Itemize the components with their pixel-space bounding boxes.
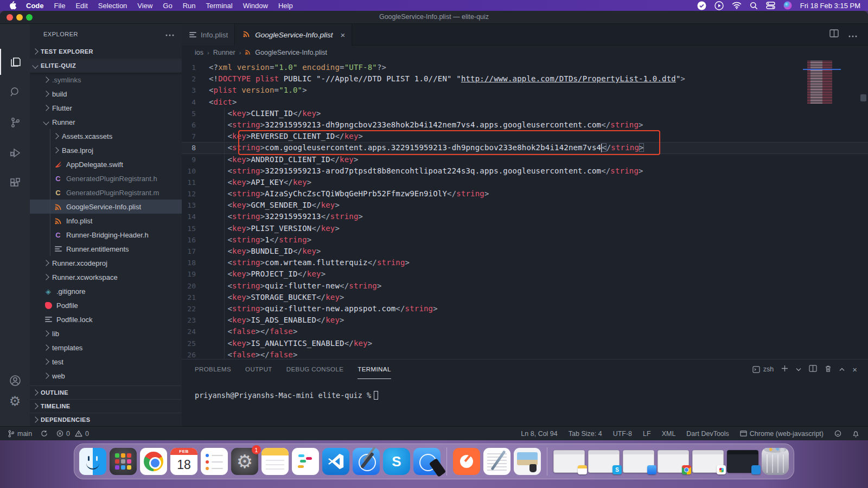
dock-notes-icon[interactable] bbox=[261, 448, 289, 475]
dock-reminders-icon[interactable] bbox=[201, 448, 228, 475]
search-sidebar-icon[interactable] bbox=[0, 79, 30, 105]
tree-file-podfile-lock[interactable]: Podfile.lock bbox=[30, 312, 182, 326]
dock-minimized-window-slack[interactable] bbox=[692, 450, 724, 473]
extensions-icon[interactable] bbox=[0, 170, 30, 196]
code-line-4[interactable]: 4<dict> bbox=[182, 97, 868, 108]
breadcrumb-file[interactable]: GoogleService-Info.plist bbox=[255, 49, 327, 56]
tree-folder-lib[interactable]: lib bbox=[30, 326, 182, 341]
window-titlebar[interactable]: GoogleService-Info.plist — elite-quiz bbox=[0, 11, 868, 24]
breadcrumb-ios[interactable]: ios bbox=[195, 49, 203, 56]
menu-view[interactable]: View bbox=[137, 2, 152, 10]
new-terminal-icon[interactable] bbox=[781, 365, 788, 374]
code-line-12[interactable]: 12 <string>AIzaSyChcZscTQiWbqGeHPrb52Ffm… bbox=[182, 188, 868, 200]
split-editor-icon[interactable] bbox=[829, 29, 839, 40]
split-terminal-icon[interactable] bbox=[809, 365, 817, 374]
dart-devtools[interactable]: Dart DevTools bbox=[686, 430, 729, 438]
tree-folder-templates[interactable]: templates bbox=[30, 341, 182, 355]
control-center-icon[interactable] bbox=[766, 2, 775, 9]
code-line-11[interactable]: 11 <key>API_KEY</key> bbox=[182, 177, 868, 188]
dock-chrome-icon[interactable] bbox=[140, 448, 167, 475]
tree-folder-build[interactable]: build bbox=[30, 87, 182, 101]
dock-vscode-icon[interactable] bbox=[322, 448, 349, 475]
tree-folder-runner-xcworkspace[interactable]: Runner.xcworkspace bbox=[30, 270, 182, 284]
dock-postman-icon[interactable] bbox=[453, 448, 480, 475]
code-line-5[interactable]: 5 <key>CLIENT_ID</key> bbox=[182, 108, 868, 119]
maximize-panel-chevron-icon[interactable] bbox=[839, 365, 845, 373]
branch-indicator[interactable]: main bbox=[8, 430, 32, 438]
siri-icon[interactable] bbox=[783, 1, 792, 10]
code-line-16[interactable]: 16 <string>1</string> bbox=[182, 234, 868, 246]
tree-file-info-plist[interactable]: Info.plist bbox=[30, 214, 182, 228]
debug-target[interactable]: Chrome (web-javascript) bbox=[740, 430, 824, 438]
code-line-21[interactable]: 21 <key>STORAGE_BUCKET</key> bbox=[182, 292, 868, 303]
dock-minimized-window-xcode[interactable] bbox=[623, 450, 654, 473]
source-control-icon[interactable] bbox=[0, 110, 30, 136]
explorer-more-actions-icon[interactable] bbox=[165, 31, 174, 37]
code-line-18[interactable]: 18 <string>com.wrteam.flutterquiz</strin… bbox=[182, 257, 868, 268]
play-circle-icon[interactable] bbox=[714, 1, 724, 10]
tab-googleservice-info-plist[interactable]: GoogleService-Info.plist × bbox=[235, 24, 352, 46]
dock-minimized-window-skype[interactable]: S bbox=[588, 450, 620, 473]
dock-textedit-icon[interactable] bbox=[483, 448, 510, 475]
close-panel-icon[interactable]: × bbox=[852, 365, 857, 374]
code-line-19[interactable]: 19 <key>PROJECT_ID</key> bbox=[182, 268, 868, 280]
panel-tab-output[interactable]: OUTPUT bbox=[245, 359, 272, 379]
explorer-icon[interactable] bbox=[0, 49, 30, 75]
tree-folder--symlinks[interactable]: .symlinks bbox=[30, 73, 182, 87]
menu-terminal[interactable]: Terminal bbox=[206, 2, 233, 10]
problems-indicator[interactable]: 0 0 bbox=[56, 430, 89, 438]
dock-preview-icon[interactable] bbox=[514, 448, 541, 475]
breadcrumb-runner[interactable]: Runner bbox=[213, 49, 235, 56]
tree-folder-runner-xcodeproj[interactable]: Runner.xcodeproj bbox=[30, 256, 182, 270]
menubar-clock[interactable]: Fri 18 Feb 3:15 PM bbox=[800, 2, 860, 10]
code-line-14[interactable]: 14 <string>322915959213</string> bbox=[182, 211, 868, 222]
scrollbar-thumb[interactable] bbox=[860, 94, 866, 101]
tree-file-googleservice-info-plist[interactable]: GoogleService-Info.plist bbox=[30, 200, 182, 214]
tree-folder-assets-xcassets[interactable]: Assets.xcassets bbox=[30, 129, 182, 143]
language-mode[interactable]: XML bbox=[662, 430, 676, 438]
tree-file-podfile[interactable]: Podfile bbox=[30, 298, 182, 312]
code-line-6[interactable]: 6 <string>322915959213-dh9pngcbov233e8ho… bbox=[182, 119, 868, 131]
tree-folder-flutter[interactable]: Flutter bbox=[30, 101, 182, 115]
tree-folder-test[interactable]: test bbox=[30, 355, 182, 369]
dock-calendar-icon[interactable]: FEB18 bbox=[170, 448, 197, 475]
section-dependencies[interactable]: DEPENDENCIES bbox=[30, 413, 182, 426]
eol-sequence[interactable]: LF bbox=[643, 430, 651, 438]
dock-trash-icon[interactable] bbox=[762, 448, 789, 475]
section-outline[interactable]: OUTLINE bbox=[30, 386, 182, 399]
menu-selection[interactable]: Selection bbox=[98, 2, 127, 10]
dock-minimized-window-notes[interactable] bbox=[553, 450, 585, 473]
tree-file-runner-entitlements[interactable]: Runner.entitlements bbox=[30, 242, 182, 256]
menu-help[interactable]: Help bbox=[278, 2, 293, 10]
menu-run[interactable]: Run bbox=[183, 2, 196, 10]
code-line-1[interactable]: 1<?xml version="1.0" encoding="UTF-8"?> bbox=[182, 62, 868, 73]
tab-close-icon[interactable]: × bbox=[341, 30, 346, 40]
wifi-icon[interactable] bbox=[732, 2, 742, 9]
tab-size[interactable]: Tab Size: 4 bbox=[569, 430, 602, 438]
code-line-15[interactable]: 15 <key>PLIST_VERSION</key> bbox=[182, 223, 868, 234]
section-test-explorer[interactable]: TEST EXPLORER bbox=[30, 44, 182, 59]
menu-window[interactable]: Window bbox=[243, 2, 268, 10]
panel-tab-problems[interactable]: PROBLEMS bbox=[195, 359, 231, 379]
code-line-20[interactable]: 20 <string>quiz-flutter-new</string> bbox=[182, 280, 868, 292]
notifications-bell-icon[interactable] bbox=[852, 430, 859, 438]
sync-icon[interactable] bbox=[41, 430, 48, 437]
tree-file-appdelegate-swift[interactable]: AppDelegate.swift bbox=[30, 157, 182, 171]
tree-file--gitignore[interactable]: ◈.gitignore bbox=[30, 284, 182, 298]
panel-tab-debug-console[interactable]: DEBUG CONSOLE bbox=[286, 359, 344, 379]
encoding[interactable]: UTF-8 bbox=[613, 430, 632, 438]
code-line-13[interactable]: 13 <key>GCM_SENDER_ID</key> bbox=[182, 200, 868, 211]
menu-edit[interactable]: Edit bbox=[75, 2, 87, 10]
dock-launchpad-icon[interactable] bbox=[110, 448, 137, 475]
launch-profile-chevron-icon[interactable] bbox=[796, 365, 801, 373]
terminal[interactable]: priyansh@Priyanshs-Mac-mini elite-quiz % bbox=[182, 379, 868, 400]
settings-gear-icon[interactable]: ⚙ bbox=[0, 388, 30, 414]
code-line-24[interactable]: 24 <false></false> bbox=[182, 326, 868, 337]
code-line-17[interactable]: 17 <key>BUNDLE_ID</key> bbox=[182, 246, 868, 257]
tree-folder-base-lproj[interactable]: Base.lproj bbox=[30, 143, 182, 157]
cursor-position[interactable]: Ln 8, Col 94 bbox=[521, 430, 557, 438]
menu-go[interactable]: Go bbox=[163, 2, 172, 10]
menu-code[interactable]: Code bbox=[26, 2, 44, 10]
dock-minimized-window-vscode[interactable] bbox=[727, 450, 758, 473]
tree-folder-web[interactable]: web bbox=[30, 369, 182, 383]
